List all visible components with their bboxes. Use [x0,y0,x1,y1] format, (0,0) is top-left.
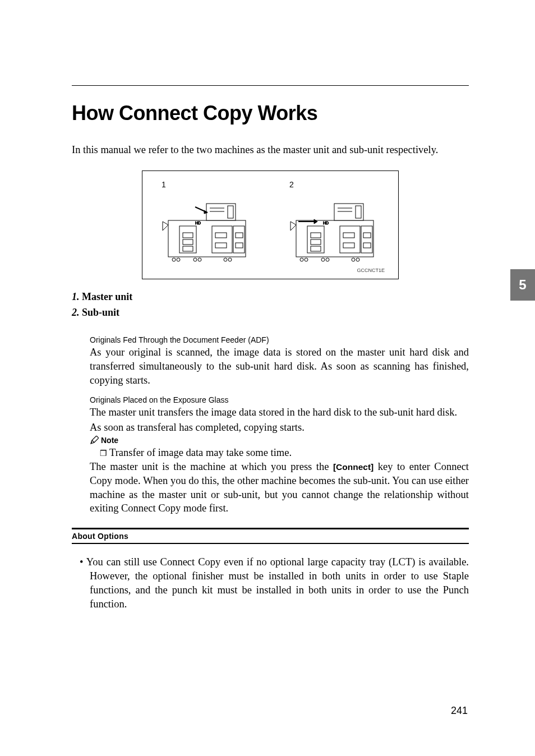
svg-rect-5 [183,239,193,245]
svg-rect-27 [311,246,321,251]
options-bullet: • You can still use Connect Copy even if… [72,555,469,611]
svg-point-40 [305,258,308,261]
options-heading: About Options [72,532,469,541]
figure-legend: 1. Master unit 2. Sub-unit [72,289,469,321]
svg-point-16 [172,258,176,261]
note-entry: ❒Transfer of image data may take some ti… [100,446,469,460]
svg-rect-25 [340,226,360,253]
section-a-heading: Originals Fed Through the Document Feede… [90,335,469,344]
svg-rect-10 [236,243,243,248]
note-label: Note [90,436,469,445]
svg-rect-8 [215,243,227,248]
svg-rect-30 [343,233,354,238]
chapter-tab-number: 5 [519,277,526,293]
svg-marker-38 [314,219,317,224]
svg-rect-26 [361,226,372,253]
legend-item-1-num: 1. [72,291,80,302]
legend-item-2-num: 2. [72,307,80,318]
para3-pre: The master unit is the machine at which … [90,461,333,472]
svg-rect-31 [343,243,354,248]
note-entry-text: Transfer of image data may take some tim… [109,447,292,458]
master-unit-paragraph: The master unit is the machine at which … [90,460,469,516]
svg-point-39 [300,258,303,261]
svg-text:HD: HD [323,221,329,225]
svg-rect-32 [363,233,371,238]
figure-frame: 1 [142,170,399,279]
note-bullet-icon: ❒ [100,449,107,458]
figure-container: 1 [72,170,469,279]
svg-point-44 [356,258,359,261]
options-top-divider [72,528,469,529]
legend-item-1-label: Master unit [80,291,133,302]
page-number: 241 [451,705,468,717]
options-under-divider [72,543,469,544]
copier-diagram-icon: HD [284,192,385,265]
svg-rect-33 [363,243,371,248]
section-b-body-1: The master unit transfers the image data… [90,405,469,420]
figure-number-1: 1 [162,180,166,189]
pencil-icon [90,436,99,445]
svg-rect-28 [311,239,321,245]
figure-caption-id: GCCNCT1E [156,268,385,273]
svg-rect-3 [233,226,245,253]
connect-key-label: [Connect] [333,462,373,472]
svg-point-21 [228,258,232,261]
legend-item-2: 2. Sub-unit [72,305,469,321]
section-b-body-2: As soon as transferal has completed, cop… [90,421,469,435]
section-a-body: As your original is scanned, the image d… [90,345,469,388]
svg-text:HD: HD [195,221,201,225]
svg-point-43 [352,258,355,261]
svg-rect-29 [311,233,321,238]
note-label-text: Note [101,436,118,445]
svg-point-17 [177,258,180,261]
svg-point-41 [321,258,325,261]
svg-rect-7 [215,233,227,238]
page-title: How Connect Copy Works [72,102,469,125]
chapter-tab: 5 [510,269,535,301]
figure-number-2: 2 [289,180,294,189]
svg-point-19 [198,258,201,261]
top-divider [72,85,469,86]
svg-rect-12 [228,206,233,218]
figure-block-1: 1 [156,180,257,265]
svg-point-18 [193,258,197,261]
legend-item-1: 1. Master unit [72,289,469,305]
svg-point-20 [224,258,227,261]
svg-rect-2 [212,226,232,253]
svg-rect-6 [183,233,193,238]
section-b-heading: Originals Placed on the Exposure Glass [90,395,469,404]
copier-diagram-icon: HD [156,192,257,265]
intro-paragraph: In this manual we refer to the two machi… [72,143,469,157]
legend-item-2-label: Sub-unit [80,307,120,318]
svg-point-42 [326,258,329,261]
svg-rect-9 [236,233,243,238]
svg-rect-35 [356,206,361,218]
figure-block-2: 2 [284,180,385,265]
svg-rect-4 [183,246,193,251]
